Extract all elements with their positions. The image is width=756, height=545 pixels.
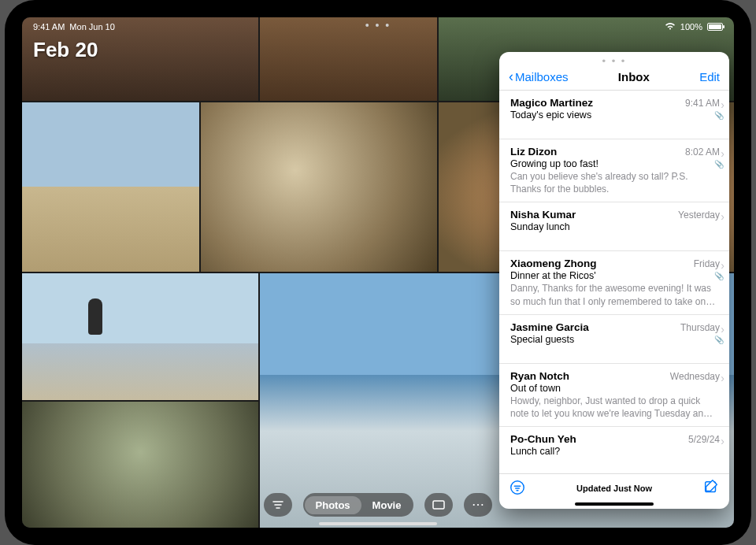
slideover-grabber-icon[interactable]: • • •: [499, 52, 729, 66]
mail-preview: Can you believe she's already so tall? P…: [510, 170, 720, 195]
chevron-left-icon: ‹: [509, 69, 513, 83]
mail-time: 5/29/24: [688, 434, 720, 445]
ellipsis-icon: ⋯: [472, 499, 484, 511]
mail-sync-status: Updated Just Now: [526, 484, 702, 493]
mail-header: ‹ Mailboxes Inbox Edit: [499, 66, 729, 91]
battery-icon: [707, 23, 723, 31]
chevron-right-icon: ›: [721, 323, 724, 336]
mail-subject: Dinner at the Ricos': [510, 270, 720, 281]
mail-message-row[interactable]: Xiaomeng ZhongFridayDinner at the Ricos'…: [499, 251, 729, 314]
mail-message-row[interactable]: Nisha KumarYesterdaySunday lunch›: [499, 202, 729, 251]
ipad-device-frame: 9:41 AM Mon Jun 10 • • • 100%: [5, 0, 751, 545]
compose-icon: [702, 479, 720, 496]
attachment-icon: 📎: [714, 272, 724, 280]
photo-thumbnail[interactable]: [201, 102, 437, 272]
chevron-right-icon: ›: [721, 259, 724, 272]
view-mode-segmented: Photos Movie: [303, 493, 414, 517]
mail-subject: Today's epic views: [510, 109, 720, 120]
filter-button[interactable]: [264, 493, 292, 517]
more-button[interactable]: ⋯: [464, 493, 492, 517]
chevron-right-icon: ›: [721, 147, 724, 160]
mail-footer: Updated Just Now: [499, 473, 729, 501]
chevron-right-icon: ›: [721, 98, 724, 111]
chevron-right-icon: ›: [721, 210, 724, 223]
photos-date-heading: Feb 20: [33, 38, 98, 62]
mail-time: 9:41 AM: [685, 98, 720, 109]
aspect-icon: [432, 500, 445, 510]
filter-circle-icon: [509, 479, 526, 496]
mail-subject: Special guests: [510, 334, 720, 345]
mail-subject: Sunday lunch: [510, 221, 720, 232]
home-indicator[interactable]: [319, 522, 437, 525]
mail-time: Wednesday: [670, 371, 720, 382]
mail-filter-button[interactable]: [509, 479, 526, 498]
attachment-icon: 📎: [714, 160, 724, 169]
filter-icon: [272, 499, 284, 511]
mail-sender: Magico Martinez: [510, 97, 593, 109]
mail-sender: Xiaomeng Zhong: [510, 258, 597, 269]
mail-sender: Liz Dizon: [510, 146, 557, 158]
mail-back-label: Mailboxes: [515, 70, 569, 83]
wifi-icon: [665, 22, 676, 32]
aspect-button[interactable]: [424, 493, 453, 517]
mail-message-row[interactable]: Jasmine GarciaThursdaySpecial guests›📎: [499, 315, 729, 364]
mail-sender: Ryan Notch: [510, 370, 569, 382]
photo-thumbnail[interactable]: [22, 273, 258, 400]
mail-subject: Lunch call?: [510, 446, 720, 457]
mail-sender: Jasmine Garcia: [510, 321, 589, 333]
mail-title: Inbox: [618, 70, 650, 83]
mail-message-row[interactable]: Liz Dizon8:02 AMGrowing up too fast!Can …: [499, 139, 729, 202]
chevron-right-icon: ›: [721, 435, 724, 447]
attachment-icon: 📎: [714, 336, 724, 344]
mail-time: 8:02 AM: [685, 146, 720, 158]
mail-sender: Nisha Kumar: [510, 209, 576, 221]
segment-photos[interactable]: Photos: [305, 496, 361, 514]
mail-edit-button[interactable]: Edit: [699, 70, 720, 83]
photo-thumbnail[interactable]: [22, 102, 199, 272]
status-time: 9:41 AM: [33, 22, 65, 32]
status-bar: 9:41 AM Mon Jun 10 • • • 100%: [22, 17, 734, 36]
mail-subject: Growing up too fast!: [510, 158, 720, 169]
mail-message-row[interactable]: Po-Chun Yeh5/29/24Lunch call?›: [499, 427, 729, 473]
chevron-right-icon: ›: [721, 372, 724, 384]
mail-back-button[interactable]: ‹ Mailboxes: [509, 69, 569, 83]
svg-point-1: [511, 481, 524, 495]
mail-preview: Howdy, neighbor, Just wanted to drop a q…: [510, 395, 720, 420]
segment-movie[interactable]: Movie: [361, 496, 413, 514]
mail-time: Friday: [694, 258, 720, 269]
attachment-icon: 📎: [714, 111, 724, 120]
compose-button[interactable]: [702, 479, 720, 498]
mail-message-row[interactable]: Magico Martinez9:41 AMToday's epic views…: [499, 91, 729, 139]
svg-rect-0: [433, 501, 444, 509]
slideover-home-indicator[interactable]: [575, 502, 654, 506]
screen: 9:41 AM Mon Jun 10 • • • 100%: [22, 17, 734, 528]
mail-time: Yesterday: [678, 209, 720, 221]
mail-subject: Out of town: [510, 383, 720, 394]
mail-message-list[interactable]: Magico Martinez9:41 AMToday's epic views…: [499, 91, 729, 473]
battery-percent: 100%: [680, 22, 702, 32]
mail-sender: Po-Chun Yeh: [510, 433, 576, 445]
mail-message-row[interactable]: Ryan NotchWednesdayOut of townHowdy, nei…: [499, 364, 729, 427]
multitasking-dots-icon[interactable]: • • •: [365, 19, 391, 32]
mail-slideover-panel[interactable]: • • • ‹ Mailboxes Inbox Edit Magico Mart…: [499, 52, 729, 509]
mail-time: Thursday: [680, 322, 720, 333]
mail-preview: Danny, Thanks for the awesome evening! I…: [510, 282, 720, 307]
status-date: Mon Jun 10: [69, 22, 114, 32]
